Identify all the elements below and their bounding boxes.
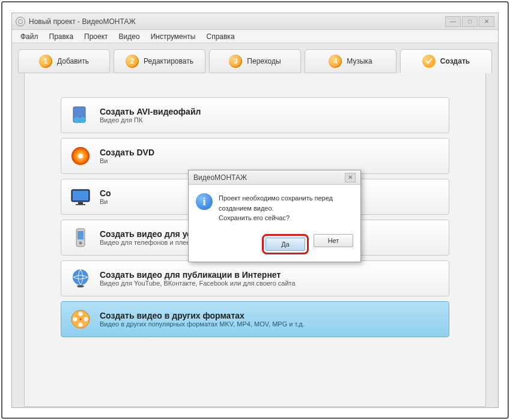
phone-icon (70, 227, 91, 248)
tab-music[interactable]: 4Музыка (305, 49, 396, 73)
svg-rect-6 (73, 191, 88, 200)
yes-button[interactable]: Да (266, 238, 305, 251)
dialog-title-text: ВидеоМОНТАЖ (193, 173, 247, 182)
yes-highlight-icon: Да (262, 234, 309, 254)
dialog-line1: Проект необходимо сохранить перед создан… (219, 193, 353, 213)
step-1-icon: 1 (39, 55, 52, 68)
tab-label: Музыка (347, 57, 372, 65)
info-icon: i (196, 193, 213, 210)
option-subtitle: Видео для ПК (100, 116, 201, 124)
dialog-message: Проект необходимо сохранить перед создан… (219, 193, 353, 223)
svg-point-17 (79, 323, 83, 327)
tab-create[interactable]: Создать (400, 49, 492, 73)
svg-point-12 (73, 269, 88, 285)
svg-point-13 (77, 285, 84, 287)
option-dvd[interactable]: Создать DVDВи (61, 138, 449, 174)
titlebar[interactable]: Новый проект - ВидеоМОНТАЖ — □ ✕ (12, 13, 498, 30)
avi-file-icon (70, 104, 91, 126)
check-icon (422, 55, 436, 68)
maximize-button[interactable]: □ (462, 16, 478, 27)
option-subtitle: Видео в других популярных форматах MKV, … (100, 320, 305, 328)
svg-point-19 (79, 318, 82, 320)
app-icon (16, 17, 25, 26)
no-button[interactable]: Нет (314, 234, 353, 247)
option-subtitle: Видео для YouTube, ВКонтакте, Facebook и… (100, 280, 296, 287)
reel-icon (70, 308, 91, 330)
svg-point-15 (79, 312, 83, 316)
step-4-icon: 4 (329, 55, 342, 68)
option-title: Создать видео для публикации в Интернет (100, 270, 296, 280)
dialog-titlebar[interactable]: ВидеоМОНТАЖ ✕ (189, 170, 360, 185)
tab-label: Редактировать (144, 57, 193, 65)
menu-edit[interactable]: Правка (44, 31, 79, 42)
menubar: Файл Правка Проект Видео Инструменты Спр… (12, 30, 498, 43)
svg-point-2 (80, 117, 86, 123)
globe-icon (70, 268, 91, 289)
menu-tools[interactable]: Инструменты (146, 31, 201, 42)
option-title: Со (100, 188, 111, 198)
svg-rect-8 (76, 204, 85, 205)
step-3-icon: 3 (229, 55, 242, 68)
svg-rect-10 (77, 231, 83, 239)
menu-help[interactable]: Справка (201, 31, 239, 42)
svg-rect-7 (78, 202, 83, 204)
app-window: Новый проект - ВидеоМОНТАЖ — □ ✕ Файл Пр… (11, 13, 499, 408)
tab-transitions[interactable]: 3Переходы (209, 49, 301, 73)
dvd-disc-icon (70, 145, 91, 167)
title-text: Новый проект - ВидеоМОНТАЖ (29, 17, 445, 26)
tab-edit[interactable]: 2Редактировать (114, 49, 205, 73)
monitor-icon (70, 186, 91, 208)
option-subtitle: Ви (100, 157, 154, 164)
tab-label: Добавить (57, 57, 89, 65)
option-title: Создать DVD (100, 148, 154, 157)
option-subtitle: Ви (100, 198, 111, 205)
dialog-close-button[interactable]: ✕ (345, 173, 356, 182)
menu-project[interactable]: Проект (79, 31, 113, 42)
menu-file[interactable]: Файл (16, 31, 43, 42)
svg-point-4 (78, 154, 83, 158)
svg-point-18 (73, 317, 77, 322)
close-button[interactable]: ✕ (479, 16, 494, 27)
option-internet[interactable]: Создать видео для публикации в ИнтернетВ… (61, 260, 449, 296)
svg-point-16 (84, 317, 88, 322)
tab-label: Создать (440, 57, 470, 65)
option-title: Создать видео в других форматах (100, 311, 305, 320)
wizard-tabs: 1Добавить 2Редактировать 3Переходы 4Музы… (18, 49, 492, 73)
svg-point-1 (74, 117, 80, 123)
step-2-icon: 2 (126, 55, 139, 68)
dialog-line2: Сохранить его сейчас? (219, 213, 353, 223)
svg-point-11 (79, 242, 82, 245)
tab-add[interactable]: 1Добавить (18, 49, 110, 73)
save-dialog: ВидеоМОНТАЖ ✕ i Проект необходимо сохран… (188, 170, 361, 262)
option-other-formats[interactable]: Создать видео в других форматахВидео в д… (61, 301, 449, 337)
tab-label: Переходы (247, 57, 281, 65)
option-title: Создать AVI-видеофайл (100, 107, 201, 116)
minimize-button[interactable]: — (445, 16, 461, 27)
menu-video[interactable]: Видео (114, 31, 145, 42)
option-avi[interactable]: Создать AVI-видеофайлВидео для ПК (61, 97, 449, 133)
